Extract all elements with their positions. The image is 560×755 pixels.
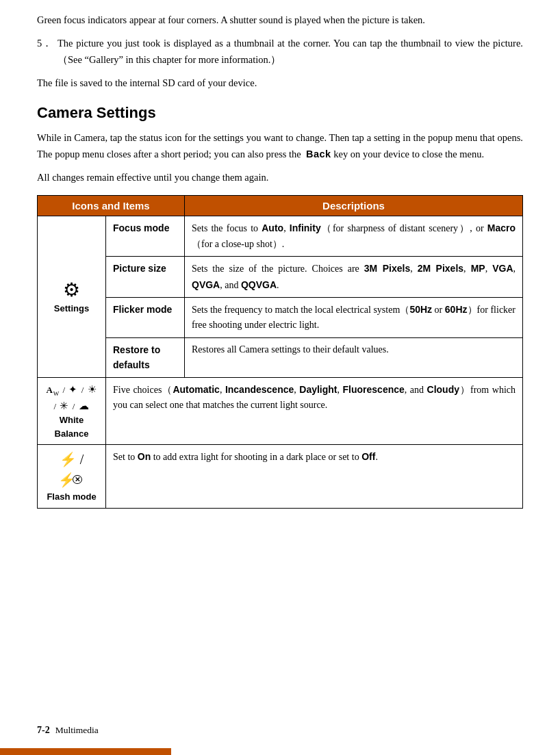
body1-end-text: key on your device to close the menu. (333, 149, 484, 159)
section-heading: Camera Settings (37, 104, 523, 122)
wb-icons: AW / ✦ / ☀ / ✳ / ☁ (44, 382, 99, 414)
flicker-mode-desc: Sets the frequency to match the local el… (185, 298, 523, 338)
wb-icon-cell: AW / ✦ / ☀ / ✳ / ☁ White Balance (38, 377, 106, 445)
back-key-label: Back (306, 149, 331, 159)
settings-icon-cell: ⚙ Settings (38, 216, 106, 377)
settings-label: Settings (54, 303, 89, 313)
settings-table-wrapper: Icons and Items Descriptions ⚙ Settings … (37, 195, 523, 508)
page-content: Green focus indicators appear at four co… (0, 0, 560, 509)
restore-defaults-desc: Restores all Camera settings to their de… (185, 337, 523, 377)
table-row-whitebalance: AW / ✦ / ☀ / ✳ / ☁ White Balance Five ch… (38, 377, 523, 445)
table-header-row: Icons and Items Descriptions (38, 196, 523, 216)
settings-body1: While in Camera, tap the status icon for… (37, 130, 523, 163)
col2-header: Descriptions (185, 196, 523, 216)
table-row-settings-restore: Restore to defaults Restores all Camera … (38, 337, 523, 377)
footer-label: Multimedia (55, 725, 99, 736)
settings-body2: All changes remain effective until you c… (37, 170, 523, 186)
col1-header: Icons and Items (38, 196, 185, 216)
numbered-item-5: 5． The picture you just took is displaye… (37, 36, 523, 68)
flash-icon-cell: ⚡ / ⚡✕ Flash mode (38, 445, 106, 509)
flicker-mode-item: Flicker mode (106, 298, 185, 338)
picture-size-desc: Sets the size of the picture. Choices ar… (185, 257, 523, 298)
table-row-settings-focusmode: ⚙ Settings Focus mode Sets the focus to … (38, 216, 523, 257)
settings-icon: ⚙ (44, 279, 99, 302)
restore-defaults-item: Restore to defaults (106, 337, 185, 377)
page-number: 7-2 (37, 725, 50, 736)
item5-text: The picture you just took is displayed a… (58, 36, 523, 68)
table-row-settings-flickermode: Flicker mode Sets the frequency to match… (38, 298, 523, 338)
table-row-settings-picturesize: Picture size Sets the size of the pictur… (38, 257, 523, 298)
intro-paragraph1: Green focus indicators appear at four co… (37, 12, 523, 29)
item-number: 5． (37, 36, 52, 68)
flash-mode-label: Flash mode (47, 491, 96, 502)
file-saved-text: The file is saved to the internal SD car… (37, 75, 523, 92)
focus-mode-desc: Sets the focus to Auto, Infinity（for sha… (185, 216, 523, 257)
wb-desc: Five choices（Automatic, Incandescence, D… (106, 377, 523, 445)
table-row-flashmode: ⚡ / ⚡✕ Flash mode Set to On to add extra… (38, 445, 523, 509)
flash-mode-desc: Set to On to add extra light for shootin… (106, 445, 523, 509)
focus-mode-item: Focus mode (106, 216, 185, 257)
settings-table: Icons and Items Descriptions ⚙ Settings … (37, 195, 523, 508)
page-footer: 7-2 Multimedia (37, 725, 99, 736)
picture-size-item: Picture size (106, 257, 185, 298)
flash-icons: ⚡ / ⚡✕ (44, 449, 99, 490)
wb-label: White Balance (55, 415, 89, 439)
footer-bar (0, 748, 171, 755)
